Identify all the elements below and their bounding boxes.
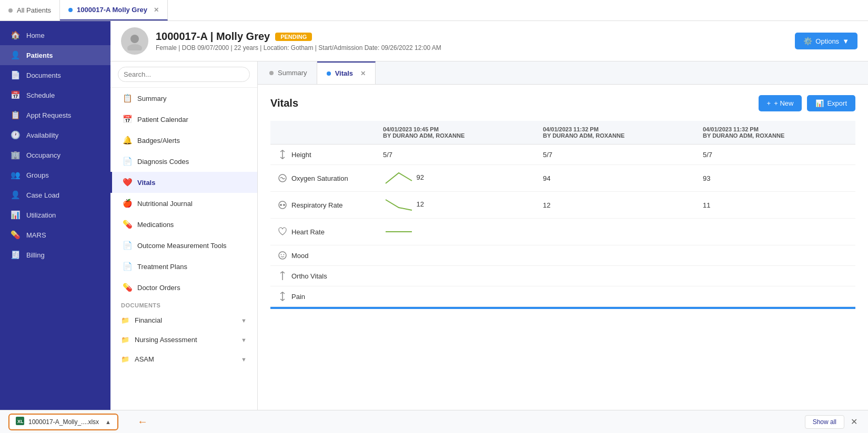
- height-val3: 5/7: [695, 145, 855, 165]
- patient-info: 1000017-A | Molly Grey PENDING Female | …: [156, 30, 788, 51]
- left-nav-vitals-label: Vitals: [137, 179, 155, 187]
- oxygen-val2: 94: [536, 165, 695, 192]
- oxygen-val1: 92: [376, 165, 536, 192]
- content-tab-vitals[interactable]: Vitals ✕: [317, 61, 376, 84]
- resp-val3: 11: [695, 192, 855, 219]
- mood-label: Mood: [291, 252, 309, 260]
- resp-val1: 12: [376, 192, 536, 219]
- left-nav-summary-label: Summary: [137, 95, 167, 102]
- left-nav-outcome[interactable]: 📄 Outcome Measurement Tools: [110, 235, 257, 256]
- folder-financial[interactable]: 📁 Financial ▼: [110, 311, 257, 330]
- vital-ortho-name: Ortho Vitals: [270, 266, 376, 286]
- content-tab-summary-label: Summary: [278, 69, 307, 77]
- sidebar-item-patients[interactable]: 👤 Patients: [0, 45, 110, 65]
- col1-date: 04/01/2023 10:45 PM: [383, 126, 528, 132]
- excel-icon: XL: [16, 417, 24, 427]
- sidebar-item-availability[interactable]: 🕐 Availability: [0, 125, 110, 145]
- left-nav-nutritional[interactable]: 🍎 Nutritional Journal: [110, 193, 257, 214]
- top-tab-bar: All Patients 1000017-A Molly Grey ✕: [0, 0, 868, 21]
- tab-patient[interactable]: 1000017-A Molly Grey ✕: [60, 0, 168, 20]
- table-row: Oxygen Saturation 92: [270, 165, 855, 192]
- vitals-table-header-row: 04/01/2023 10:45 PM BY DURANO ADM, ROXAN…: [270, 121, 855, 145]
- folder-asam[interactable]: 📁 ASAM ▼: [110, 349, 257, 369]
- tab-patient-close[interactable]: ✕: [154, 6, 159, 14]
- left-nav-vitals[interactable]: ❤️ Vitals: [110, 172, 257, 193]
- patient-avatar: [121, 27, 148, 55]
- patient-name-row: 1000017-A | Molly Grey PENDING: [156, 30, 788, 43]
- left-nav-nutritional-label: Nutritional Journal: [137, 200, 193, 208]
- content-tab-summary[interactable]: Summary: [260, 61, 317, 84]
- patient-name: 1000017-A | Molly Grey: [156, 30, 270, 43]
- bell-icon: 🔔: [123, 136, 132, 145]
- table-row: Heart Rate: [270, 219, 855, 245]
- sidebar-item-occupancy[interactable]: 🏢 Occupancy: [0, 145, 110, 165]
- left-nav-patient-calendar[interactable]: 📅 Patient Calendar: [110, 109, 257, 130]
- sidebar-item-groups[interactable]: 👥 Groups: [0, 165, 110, 185]
- sidebar-item-case-load[interactable]: 👤 Case Load: [0, 185, 110, 205]
- sidebar-item-appt-label: Appt Requests: [26, 111, 71, 119]
- ortho-val1: [376, 266, 536, 286]
- pain-val1: [376, 286, 536, 307]
- tab-all-patients[interactable]: All Patients: [0, 0, 60, 20]
- left-nav-summary[interactable]: 📋 Summary: [110, 88, 257, 109]
- sidebar-item-schedule[interactable]: 📅 Schedule: [0, 85, 110, 105]
- sidebar-item-case-load-label: Case Load: [26, 191, 59, 199]
- table-row: Respiratory Rate 12: [270, 192, 855, 219]
- sidebar: 🏠 Home 👤 Patients 📄 Documents 📅 Schedule…: [0, 21, 110, 410]
- left-nav-diagnosis-label: Diagnosis Codes: [137, 158, 189, 166]
- chevron-down-icon-nursing: ▼: [241, 337, 247, 343]
- vital-name-height: Height: [278, 150, 368, 159]
- left-nav-treatment[interactable]: 📄 Treatment Plans: [110, 256, 257, 277]
- sidebar-item-groups-label: Groups: [26, 171, 49, 179]
- tab-dot-patient: [68, 8, 73, 12]
- sidebar-item-documents[interactable]: 📄 Documents: [0, 65, 110, 85]
- status-badge: PENDING: [275, 33, 312, 41]
- download-chevron-icon: ▲: [105, 419, 111, 425]
- vitals-actions: + + New 📊 Export: [759, 95, 855, 111]
- sidebar-item-appt-requests[interactable]: 📋 Appt Requests: [0, 105, 110, 125]
- sidebar-item-mars[interactable]: 💊 MARS: [0, 225, 110, 245]
- content-tab-vitals-close[interactable]: ✕: [360, 70, 366, 77]
- col1-header: 04/01/2023 10:45 PM BY DURANO ADM, ROXAN…: [376, 121, 536, 145]
- heart-icon: [278, 227, 287, 236]
- table-row: Height 5/7 5/7 5/7: [270, 145, 855, 165]
- height-val2: 5/7: [536, 145, 695, 165]
- col3-by: BY DURANO ADM, ROXANNE: [703, 132, 848, 139]
- left-nav-doctor-orders[interactable]: 💊 Doctor Orders: [110, 277, 257, 298]
- sidebar-item-utilization[interactable]: 📊 Utilization: [0, 205, 110, 225]
- left-nav-badges-label: Badges/Alerts: [137, 137, 180, 145]
- left-nav-calendar-label: Patient Calendar: [137, 116, 188, 123]
- oxygen-icon: [278, 173, 287, 183]
- folder-nursing[interactable]: 📁 Nursing Assessment ▼: [110, 330, 257, 349]
- vitals-header: Vitals + + New 📊 Export: [270, 95, 855, 111]
- mood-val2: [536, 245, 695, 266]
- new-button[interactable]: + + New: [759, 95, 802, 111]
- close-bottom-button[interactable]: ✕: [849, 417, 860, 427]
- left-nav-badges-alerts[interactable]: 🔔 Badges/Alerts: [110, 130, 257, 151]
- left-nav-outcome-label: Outcome Measurement Tools: [137, 242, 227, 250]
- dot-summary: [269, 71, 274, 75]
- download-item[interactable]: XL 1000017-A_Molly_....xlsx ▲: [8, 414, 118, 430]
- export-button[interactable]: 📊 Export: [807, 95, 855, 111]
- nutrition-icon: 🍎: [123, 199, 132, 208]
- heart-chart: [383, 224, 415, 240]
- sidebar-item-home[interactable]: 🏠 Home: [0, 25, 110, 45]
- export-label: Export: [827, 99, 847, 107]
- col2-date: 04/01/2023 11:32 PM: [543, 126, 688, 132]
- folder-financial-label: Financial: [135, 316, 162, 324]
- left-nav-medications[interactable]: 💊 Medications: [110, 214, 257, 235]
- bottom-left: XL 1000017-A_Molly_....xlsx ▲ ←: [8, 414, 148, 430]
- show-all-button[interactable]: Show all: [805, 415, 844, 429]
- app-shell: All Patients 1000017-A Molly Grey ✕ 🏠 Ho…: [0, 0, 868, 433]
- table-row: Mood: [270, 245, 855, 266]
- bottom-bar: XL 1000017-A_Molly_....xlsx ▲ ← Show all…: [0, 410, 868, 433]
- left-nav-diagnosis[interactable]: 📄 Diagnosis Codes: [110, 151, 257, 172]
- export-icon: 📊: [815, 99, 824, 107]
- content-tab-vitals-label: Vitals: [335, 69, 353, 77]
- sidebar-item-billing[interactable]: 🧾 Billing: [0, 245, 110, 265]
- options-button[interactable]: ⚙️ Options ▼: [795, 33, 857, 49]
- search-input[interactable]: [118, 67, 250, 82]
- folder-icon-asam: 📁: [121, 355, 129, 363]
- heart-label: Heart Rate: [291, 228, 325, 236]
- folder-icon-nursing: 📁: [121, 336, 129, 344]
